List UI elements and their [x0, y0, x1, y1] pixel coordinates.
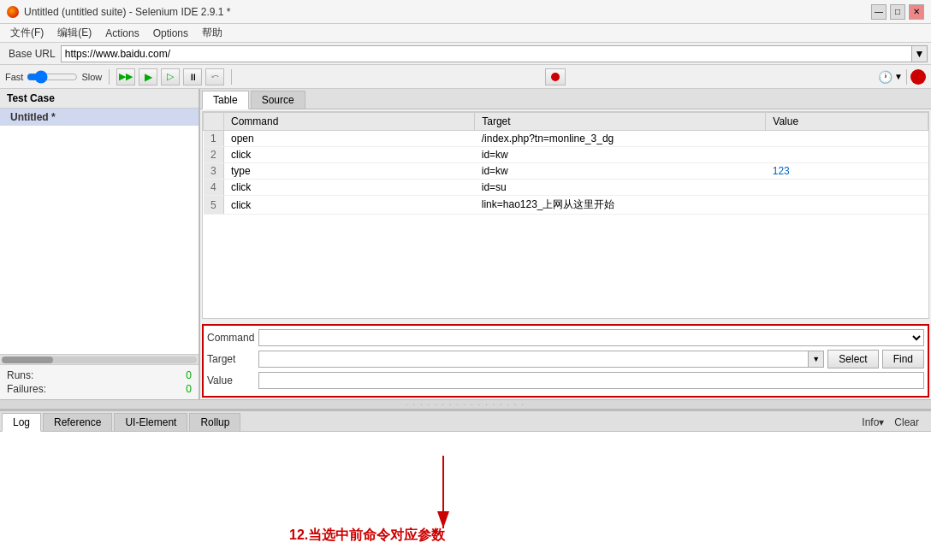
- left-panel: Test Case Untitled * Runs: 0 Failures: 0: [0, 89, 200, 399]
- failures-value: 0: [186, 383, 192, 395]
- target-dropdown-btn[interactable]: ▼: [809, 351, 824, 368]
- row-command: click: [224, 147, 475, 163]
- row-value: [766, 147, 928, 163]
- row-value: [766, 196, 928, 215]
- info-button[interactable]: Info▾: [858, 416, 887, 428]
- table-row[interactable]: 5clicklink=hao123_上网从这里开始: [204, 196, 928, 215]
- bottom-tabs-right: Info▾ Clear: [858, 416, 929, 428]
- tab-reference[interactable]: Reference: [43, 413, 112, 431]
- col-num-header: [204, 113, 224, 131]
- firefox-icon: [7, 6, 19, 18]
- col-target-header: Target: [475, 113, 766, 131]
- command-editor: Command Target ▼ Select Find Value: [202, 324, 929, 398]
- row-target: id=kw: [475, 147, 766, 163]
- slow-label: Slow: [81, 72, 102, 82]
- table-row[interactable]: 1open/index.php?tn=monline_3_dg: [204, 131, 928, 147]
- tab-log[interactable]: Log: [2, 413, 41, 432]
- toolbar: Fast Slow ▶▶ ▶ ▷ ⏸ ⤺ 🕐 ▼: [0, 65, 931, 89]
- scrollbar-track: [2, 357, 197, 363]
- command-select[interactable]: [258, 329, 924, 346]
- command-table-area: Command Target Value 1open/index.php?tn=…: [202, 111, 929, 319]
- tab-table[interactable]: Table: [202, 91, 249, 109]
- row-target: id=su: [475, 180, 766, 196]
- baseurl-dropdown-btn[interactable]: ▼: [912, 45, 928, 62]
- clear-button[interactable]: Clear: [891, 416, 922, 428]
- splitter[interactable]: · · · · · · · · · · · · · · · · ·: [0, 399, 931, 410]
- tab-rollup[interactable]: Rollup: [189, 413, 240, 431]
- failures-label: Failures:: [7, 383, 46, 395]
- row-num: 3: [204, 163, 224, 180]
- menu-file[interactable]: 文件(F): [3, 24, 50, 42]
- row-command: click: [224, 180, 475, 196]
- test-case-list: Untitled *: [0, 109, 199, 354]
- test-case-scrollbar[interactable]: [0, 354, 199, 364]
- row-command: click: [224, 196, 475, 215]
- test-case-header: Test Case: [0, 89, 199, 109]
- find-button[interactable]: Find: [882, 350, 924, 368]
- col-value-header: Value: [766, 113, 928, 131]
- menu-actions[interactable]: Actions: [98, 26, 145, 41]
- menu-options[interactable]: Options: [146, 26, 195, 41]
- test-case-item[interactable]: Untitled *: [0, 109, 199, 126]
- toolbar-sep-3: [906, 69, 907, 85]
- select-button[interactable]: Select: [827, 350, 878, 368]
- target-row: Target ▼ Select Find: [207, 350, 924, 368]
- restore-button[interactable]: □: [890, 4, 905, 20]
- annotation-text: 12.当选中前命令对应参数: [289, 527, 445, 545]
- speed-slider[interactable]: [27, 72, 78, 82]
- row-num: 2: [204, 147, 224, 163]
- splitter-dots: · · · · · · · · · · · · · · · · ·: [406, 401, 525, 409]
- table-row[interactable]: 2clickid=kw: [204, 147, 928, 163]
- row-value: 123: [766, 163, 928, 180]
- table-row[interactable]: 4clickid=su: [204, 180, 928, 196]
- window-controls[interactable]: — □ ✕: [871, 4, 924, 20]
- baseurl-input[interactable]: [61, 45, 912, 62]
- tab-ui-element[interactable]: UI-Element: [114, 413, 187, 431]
- value-input[interactable]: [258, 372, 924, 389]
- annotation-label: 12.当选中前命令对应参数: [289, 528, 445, 542]
- value-label: Value: [207, 374, 258, 386]
- runs-row: Runs: 0: [7, 368, 192, 382]
- tab-source[interactable]: Source: [251, 91, 305, 109]
- row-value: [766, 131, 928, 147]
- table-row[interactable]: 3typeid=kw123: [204, 163, 928, 180]
- target-input[interactable]: [258, 351, 809, 368]
- command-select-wrapper: [258, 329, 924, 346]
- play-one-button[interactable]: ▶: [139, 68, 157, 85]
- annotation-area: 12.当选中前命令对应参数: [7, 439, 924, 560]
- stop-button[interactable]: ⤺: [205, 68, 224, 85]
- record-button[interactable]: [545, 68, 566, 85]
- titlebar: Untitled (untitled suite) - Selenium IDE…: [0, 0, 931, 24]
- row-target: link=hao123_上网从这里开始: [475, 196, 766, 215]
- row-target: /index.php?tn=monline_3_dg: [475, 131, 766, 147]
- command-label: Command: [207, 332, 258, 344]
- runs-value: 0: [186, 369, 192, 381]
- close-button[interactable]: ✕: [909, 4, 924, 20]
- row-num: 1: [204, 131, 224, 147]
- row-command: open: [224, 131, 475, 147]
- bottom-panel: Log Reference UI-Element Rollup Info▾ Cl…: [0, 410, 931, 560]
- window-title: Untitled (untitled suite) - Selenium IDE…: [24, 6, 230, 18]
- command-row: Command: [207, 329, 924, 346]
- step-button[interactable]: ▷: [161, 68, 180, 85]
- clock-icon: 🕐: [878, 70, 892, 84]
- col-command-header: Command: [224, 113, 475, 131]
- menu-help[interactable]: 帮助: [195, 24, 229, 42]
- view-tabs: Table Source: [200, 89, 931, 109]
- menu-edit[interactable]: 编辑(E): [50, 24, 98, 42]
- play-all-button[interactable]: ▶▶: [116, 68, 135, 85]
- dropdown-icon[interactable]: ▼: [894, 72, 903, 81]
- row-num: 5: [204, 196, 224, 215]
- value-row: Value: [207, 372, 924, 389]
- toolbar-right: 🕐 ▼: [878, 69, 926, 85]
- titlebar-left: Untitled (untitled suite) - Selenium IDE…: [7, 6, 230, 18]
- failures-row: Failures: 0: [7, 382, 192, 396]
- menubar: 文件(F) 编辑(E) Actions Options 帮助: [0, 24, 931, 43]
- right-panel: Table Source Command Target Value 1open/…: [200, 89, 931, 399]
- stats-area: Runs: 0 Failures: 0: [0, 364, 199, 399]
- baseurl-bar: Base URL ▼: [0, 43, 931, 65]
- minimize-button[interactable]: —: [871, 4, 887, 20]
- stop-record-button[interactable]: [910, 69, 926, 85]
- runs-label: Runs:: [7, 369, 33, 381]
- pause-button[interactable]: ⏸: [183, 68, 202, 85]
